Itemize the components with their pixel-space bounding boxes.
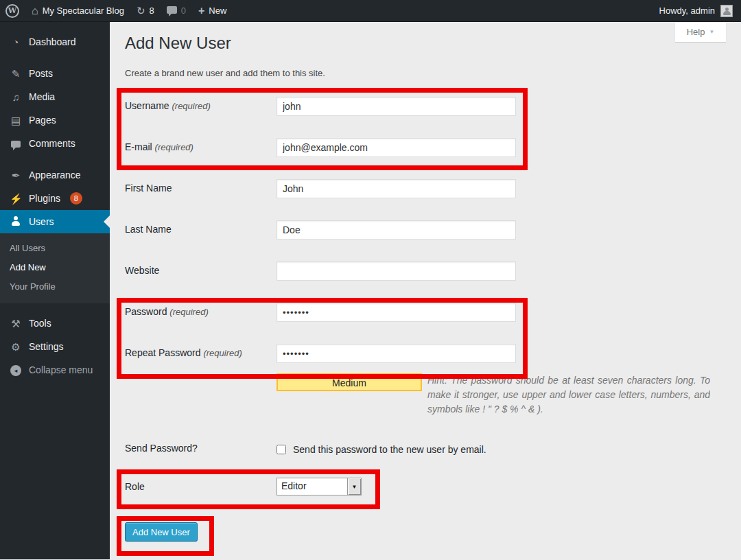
- wrench-icon: ⚒: [10, 318, 22, 329]
- dashboard-gauge-icon: ◔: [10, 37, 22, 47]
- home-icon: ⌂: [32, 5, 38, 16]
- sidebar-item-label: Media: [29, 91, 55, 102]
- role-label: Role: [125, 478, 277, 492]
- email-label: E-mail (required): [125, 138, 277, 152]
- submenu-item-all-users[interactable]: All Users: [0, 239, 110, 258]
- username-label: Username (required): [125, 97, 277, 111]
- password-field[interactable]: [277, 303, 516, 322]
- page-description: Create a brand new user and add them to …: [125, 68, 741, 78]
- sidebar-item-label: Collapse menu: [29, 364, 93, 375]
- plugins-update-badge: 8: [70, 192, 82, 205]
- first-name-label: First Name: [125, 179, 277, 194]
- sidebar-item-posts[interactable]: ✎ Posts: [0, 62, 110, 85]
- send-password-checkbox[interactable]: [277, 445, 286, 454]
- required-note: (required): [172, 101, 210, 111]
- add-new-user-button[interactable]: Add New User: [125, 522, 198, 541]
- last-name-label: Last Name: [125, 220, 277, 235]
- submit-row: Add New User: [125, 522, 741, 541]
- email-field[interactable]: [277, 138, 516, 157]
- role-select[interactable]: Editor ▼: [277, 478, 362, 495]
- last-name-row: Last Name: [125, 220, 741, 240]
- updates-icon: ↻: [137, 5, 145, 16]
- updates-count: 8: [149, 5, 154, 16]
- submenu-item-add-new[interactable]: Add New: [0, 258, 110, 277]
- pushpin-icon: ✎: [10, 69, 22, 79]
- email-row: E-mail (required): [125, 138, 741, 157]
- website-row: Website: [125, 261, 741, 281]
- users-submenu: All Users Add New Your Profile: [0, 233, 110, 303]
- password-strength-block: Medium Hint: The password should be at l…: [277, 373, 710, 417]
- new-label: New: [209, 5, 226, 16]
- required-note: (required): [169, 307, 208, 317]
- first-name-field[interactable]: [277, 179, 516, 198]
- role-select-value: Editor: [277, 478, 347, 495]
- comment-bubble-icon: [10, 139, 22, 149]
- send-password-row: Send Password? Send this password to the…: [125, 443, 741, 455]
- menu-separator: [0, 155, 110, 163]
- sidebar-item-pages[interactable]: ▤ Pages: [0, 108, 110, 132]
- plug-icon: ⚡: [10, 194, 22, 204]
- password-row: Password (required): [125, 303, 741, 322]
- sidebar-item-plugins[interactable]: ⚡ Plugins 8: [0, 187, 110, 210]
- comments-count: 0: [181, 5, 186, 16]
- username-field[interactable]: [277, 97, 516, 116]
- site-name-link[interactable]: ⌂ My Spectacular Blog: [32, 5, 124, 16]
- wordpress-logo-menu[interactable]: W: [5, 4, 19, 18]
- repeat-password-label: Repeat Password (required): [125, 344, 277, 358]
- howdy-text: Howdy, admin: [659, 5, 715, 16]
- menu-separator: [0, 303, 110, 312]
- pages-icon: ▤: [10, 115, 22, 126]
- admin-top-bar: W ⌂ My Spectacular Blog ↻ 8 0 + New Howd…: [0, 0, 741, 22]
- username-row: Username (required): [125, 97, 741, 116]
- password-label: Password (required): [125, 303, 277, 317]
- account-menu[interactable]: Howdy, admin: [659, 5, 733, 17]
- page-title: Add New User: [125, 33, 741, 54]
- send-password-label: Send Password?: [125, 443, 277, 454]
- sidebar-item-comments[interactable]: Comments: [0, 132, 110, 155]
- paintbrush-icon: ✒: [10, 170, 22, 180]
- sidebar-item-media[interactable]: ♫ Media: [0, 85, 110, 108]
- media-icon: ♫: [10, 92, 22, 102]
- sidebar-item-collapse-menu[interactable]: ◂ Collapse menu: [0, 358, 110, 382]
- sidebar-item-appearance[interactable]: ✒ Appearance: [0, 163, 110, 187]
- sidebar-item-label: Settings: [29, 341, 64, 352]
- admin-sidebar: ◔ Dashboard ✎ Posts ♫ Media ▤ Pages Comm…: [0, 22, 110, 559]
- last-name-field[interactable]: [277, 220, 516, 240]
- comments-link[interactable]: 0: [167, 5, 186, 16]
- required-note: (required): [155, 142, 193, 152]
- sidebar-item-label: Tools: [29, 318, 51, 329]
- new-content-menu[interactable]: + New: [198, 5, 226, 17]
- plus-icon: +: [198, 5, 204, 17]
- sidebar-item-label: Plugins: [29, 193, 60, 204]
- website-field[interactable]: [277, 261, 516, 281]
- sidebar-item-users[interactable]: Users: [0, 210, 110, 233]
- repeat-password-field[interactable]: [277, 344, 516, 363]
- sidebar-item-tools[interactable]: ⚒ Tools: [0, 312, 110, 335]
- submenu-item-your-profile[interactable]: Your Profile: [0, 277, 110, 296]
- sliders-icon: ⚙: [10, 342, 22, 352]
- repeat-password-row: Repeat Password (required): [125, 344, 741, 363]
- sidebar-item-dashboard[interactable]: ◔ Dashboard: [0, 30, 110, 54]
- add-new-user-form: Username (required) E-mail (required) Fi…: [125, 97, 741, 541]
- avatar: [720, 5, 733, 17]
- help-button[interactable]: Help ▼: [675, 22, 726, 42]
- sidebar-item-label: Pages: [29, 115, 56, 126]
- sidebar-item-label: Posts: [29, 68, 53, 79]
- person-icon: [10, 216, 22, 227]
- menu-separator: [0, 54, 110, 62]
- chevron-down-icon: ▼: [347, 478, 361, 495]
- sidebar-item-label: Comments: [29, 138, 75, 149]
- main-content: Help ▼ Add New User Create a brand new u…: [110, 22, 741, 559]
- wordpress-logo-icon: W: [5, 4, 19, 18]
- sidebar-item-label: Appearance: [29, 170, 81, 180]
- send-password-checkbox-label[interactable]: Send this password to the new user by em…: [293, 444, 486, 455]
- password-strength-indicator: Medium: [277, 373, 422, 391]
- first-name-row: First Name: [125, 179, 741, 198]
- collapse-arrow-icon: ◂: [10, 364, 22, 377]
- site-name: My Spectacular Blog: [43, 5, 124, 16]
- sidebar-item-settings[interactable]: ⚙ Settings: [0, 335, 110, 358]
- chevron-down-icon: ▼: [709, 29, 714, 35]
- sidebar-item-label: Users: [29, 216, 54, 227]
- updates-link[interactable]: ↻ 8: [137, 5, 154, 16]
- help-label: Help: [687, 27, 705, 37]
